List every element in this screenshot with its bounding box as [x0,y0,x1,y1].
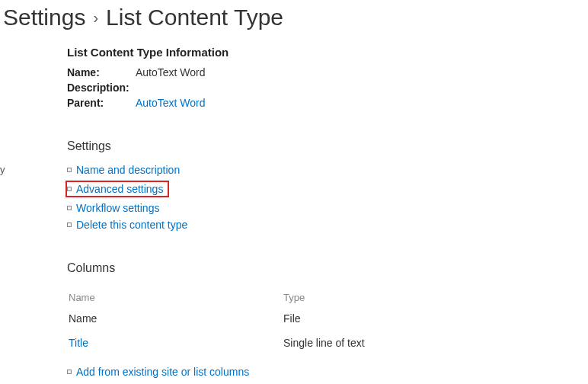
column-name-cell: Name [69,309,282,332]
column-type-cell: File [283,309,492,332]
breadcrumb-parent[interactable]: Settings [3,5,85,30]
info-parent-link[interactable]: AutoText Word [136,97,206,109]
table-row: Title Single line of text [69,334,492,357]
info-heading: List Content Type Information [67,46,588,59]
table-row: Name File [69,309,492,332]
list-item: Name and description [67,164,588,176]
settings-link-name-description[interactable]: Name and description [76,164,180,176]
settings-link-delete[interactable]: Delete this content type [76,219,187,231]
columns-header-name: Name [69,287,282,308]
highlight-box: Advanced settings [66,181,169,197]
chevron-right-icon: › [91,9,100,27]
bullet-icon [67,370,72,374]
bullet-icon [67,187,72,191]
breadcrumb: Settings › List Content Type [0,0,588,46]
settings-link-advanced[interactable]: Advanced settings [76,183,163,195]
bullet-icon [67,222,72,227]
info-description-label: Description: [67,82,136,94]
list-item: Advanced settings [67,181,588,197]
settings-link-workflow[interactable]: Workflow settings [76,202,159,214]
column-name-link[interactable]: Title [69,337,88,349]
list-item: Workflow settings [67,202,588,214]
columns-table: Name Type Name File Title Single line of… [67,286,494,358]
settings-heading: Settings [67,139,588,153]
columns-heading: Columns [67,261,588,275]
partial-side-text: y [0,164,5,175]
list-item: Add from existing site or list columns [67,366,588,378]
columns-header-type: Type [283,287,492,308]
columns-link-add-existing[interactable]: Add from existing site or list columns [76,366,249,378]
list-item: Delete this content type [67,219,588,231]
columns-link-list: Add from existing site or list columns C… [67,366,588,384]
bullet-icon [67,206,72,210]
info-name-label: Name: [67,66,136,78]
info-name-value: AutoText Word [136,66,206,78]
breadcrumb-current: List Content Type [106,5,283,30]
bullet-icon [67,168,72,172]
settings-link-list: Name and description Advanced settings W… [67,164,588,231]
info-parent-label: Parent: [67,97,136,109]
column-type-cell: Single line of text [283,334,492,357]
